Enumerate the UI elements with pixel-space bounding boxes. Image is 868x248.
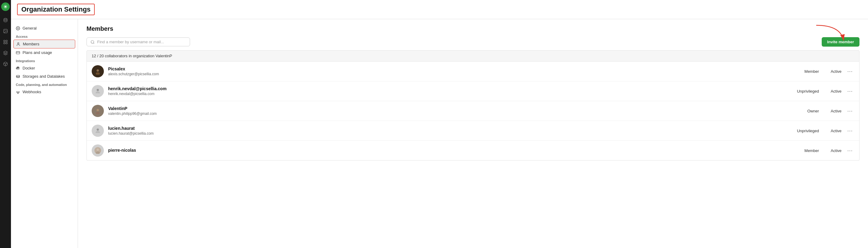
table-row: Picsalex alexis.schutzger@picsellia.com … — [87, 62, 859, 81]
sidebar-item-webhooks-label: Webhooks — [23, 90, 41, 94]
member-status: Active — [823, 69, 841, 74]
svg-point-24 — [97, 69, 99, 71]
svg-rect-5 — [6, 40, 7, 42]
sidebar-item-storages[interactable]: Storages and Datalakes — [11, 72, 78, 81]
sidebar-item-general-label: General — [23, 26, 36, 30]
svg-point-9 — [18, 42, 19, 44]
collaborators-info-bar: 12 / 20 collaborators in organization Va… — [87, 50, 860, 62]
card-icon — [16, 51, 20, 55]
sidebar-item-docker-label: Docker — [23, 66, 35, 70]
section-label-automation: Code, planning, and automation — [11, 81, 78, 88]
top-header: Organization Settings — [11, 0, 868, 19]
svg-point-8 — [18, 28, 19, 29]
svg-rect-13 — [17, 68, 18, 68]
svg-rect-12 — [16, 68, 17, 68]
svg-point-28 — [97, 109, 99, 111]
member-email: alexis.schutzger@picsellia.com — [108, 72, 781, 76]
svg-rect-4 — [4, 40, 5, 42]
member-name: pierre-nicolas — [108, 148, 781, 153]
person-icon — [16, 42, 21, 46]
sidebar-icon-package[interactable] — [1, 60, 10, 68]
page-title: Organization Settings — [17, 4, 95, 15]
svg-rect-16 — [18, 67, 19, 67]
svg-point-32 — [97, 148, 99, 151]
docker-icon — [16, 66, 20, 70]
storage-icon — [16, 74, 20, 79]
svg-rect-7 — [6, 42, 7, 44]
search-box[interactable] — [87, 37, 190, 46]
avatar-image — [94, 107, 101, 114]
members-list: Picsalex alexis.schutzger@picsellia.com … — [87, 62, 860, 161]
member-role: Unprivileged — [785, 89, 819, 94]
svg-point-22 — [91, 40, 94, 43]
member-info: ValentinP valentin.philipp96@gmail.com — [108, 106, 781, 116]
avatar-image — [94, 68, 101, 75]
sidebar-icon-layers[interactable] — [1, 49, 10, 57]
section-label-integrations: Integrations — [11, 57, 78, 64]
svg-point-1 — [4, 18, 7, 20]
app-sidebar — [0, 0, 11, 248]
member-email: valentin.philipp96@gmail.com — [108, 112, 781, 116]
member-actions-button[interactable]: ··· — [846, 108, 854, 114]
avatar — [92, 65, 104, 78]
member-role: Unprivileged — [785, 129, 819, 133]
sidebar-item-docker[interactable]: Docker — [11, 64, 78, 72]
webhook-icon — [16, 90, 20, 94]
sidebar-icon-image[interactable] — [1, 27, 10, 35]
svg-rect-10 — [16, 51, 20, 54]
member-role: Owner — [785, 109, 819, 113]
table-row: lucien.haurat lucien.haurat@picsellia.co… — [87, 121, 859, 141]
sidebar-item-members-label: Members — [23, 42, 39, 46]
svg-point-17 — [17, 75, 20, 76]
avatar — [92, 105, 104, 117]
avatar — [92, 125, 104, 137]
sidebar-item-members[interactable]: Members — [13, 40, 75, 49]
member-info: Picsalex alexis.schutzger@picsellia.com — [108, 66, 781, 76]
content-layout: General Access Members Plans and usage I… — [11, 19, 868, 248]
member-status: Active — [823, 148, 841, 153]
member-email: henrik.nevdal@picsellia.com — [108, 92, 781, 96]
sidebar-icon-model[interactable] — [1, 38, 10, 46]
settings-sidebar: General Access Members Plans and usage I… — [11, 19, 78, 248]
member-name: lucien.haurat — [108, 126, 781, 131]
avatar — [92, 145, 104, 157]
svg-point-26 — [97, 89, 99, 91]
search-icon — [90, 40, 95, 44]
member-role: Member — [785, 148, 819, 153]
table-row: pierre-nicolas Member Active ··· — [87, 141, 859, 160]
member-name: ValentinP — [108, 106, 781, 111]
avatar-image — [94, 147, 101, 154]
member-actions-button[interactable]: ··· — [846, 128, 854, 134]
svg-point-18 — [18, 93, 18, 94]
search-input[interactable] — [97, 40, 186, 44]
svg-rect-6 — [4, 42, 5, 44]
member-actions-button[interactable]: ··· — [846, 68, 854, 75]
members-page-title: Members — [87, 25, 860, 32]
avatar — [92, 85, 104, 97]
member-email: lucien.haurat@picsellia.com — [108, 131, 781, 135]
sidebar-item-plans[interactable]: Plans and usage — [11, 49, 78, 57]
member-actions-button[interactable]: ··· — [846, 148, 854, 154]
member-status: Active — [823, 89, 841, 94]
member-status: Active — [823, 109, 841, 113]
logo-icon — [3, 4, 8, 9]
member-status: Active — [823, 129, 841, 133]
invite-member-button[interactable]: Invite member — [822, 37, 860, 46]
generic-avatar-icon — [94, 88, 101, 94]
member-info: henrik.nevdal@picsellia.com henrik.nevda… — [108, 86, 781, 96]
table-row: henrik.nevdal@picsellia.com henrik.nevda… — [87, 81, 859, 101]
member-info: lucien.haurat lucien.haurat@picsellia.co… — [108, 126, 781, 135]
sidebar-item-webhooks[interactable]: Webhooks — [11, 88, 78, 96]
app-logo[interactable] — [1, 2, 10, 11]
page-content: Members Invite member 12 / 20 collaborat… — [78, 19, 868, 248]
sidebar-icon-database[interactable] — [1, 16, 10, 24]
gear-icon — [16, 26, 20, 30]
svg-point-3 — [5, 30, 5, 31]
sidebar-item-storages-label: Storages and Datalakes — [23, 74, 65, 79]
action-row: Invite member — [87, 37, 860, 46]
sidebar-item-general[interactable]: General — [11, 24, 78, 32]
member-name: Picsalex — [108, 66, 781, 71]
member-info: pierre-nicolas — [108, 148, 781, 153]
member-actions-button[interactable]: ··· — [846, 88, 854, 94]
svg-rect-14 — [18, 68, 19, 68]
